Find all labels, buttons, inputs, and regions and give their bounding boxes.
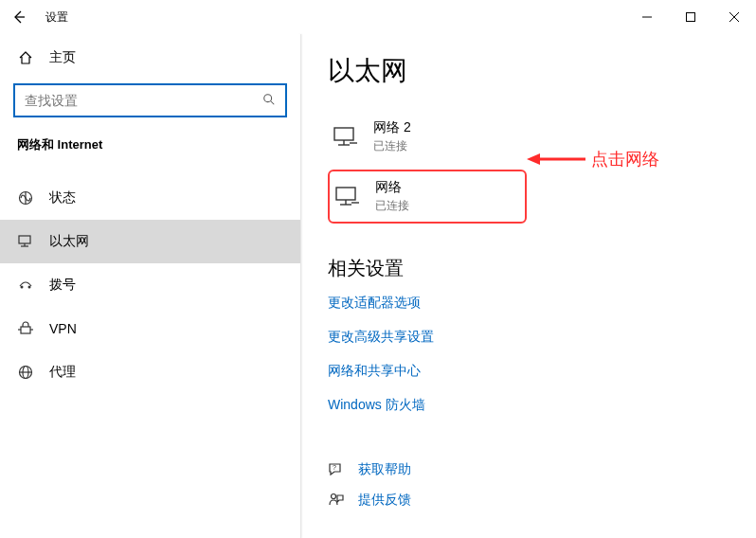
network-name: 网络 2 — [373, 119, 411, 136]
dialup-icon — [17, 277, 34, 294]
sidebar-item-label: VPN — [49, 321, 77, 336]
network-status: 已连接 — [373, 138, 411, 154]
related-settings-title: 相关设置 — [328, 256, 756, 281]
svg-point-5 — [264, 94, 272, 101]
proxy-icon — [17, 364, 34, 381]
minimize-button[interactable] — [625, 2, 669, 32]
svg-line-6 — [271, 100, 275, 104]
get-help[interactable]: ? 获取帮助 — [328, 461, 756, 478]
svg-text:?: ? — [333, 464, 336, 471]
help-icon: ? — [328, 461, 345, 478]
link-windows-firewall[interactable]: Windows 防火墙 — [328, 397, 756, 414]
network-text: 网络 已连接 — [375, 179, 409, 214]
svg-point-13 — [28, 286, 31, 289]
search-box[interactable] — [13, 83, 287, 117]
sidebar-item-label: 以太网 — [49, 233, 89, 250]
computer-icon — [332, 126, 360, 149]
home-icon — [17, 50, 34, 65]
window-title: 设置 — [45, 9, 68, 26]
category-title: 网络和 Internet — [0, 127, 300, 163]
sidebar-item-proxy[interactable]: 代理 — [0, 350, 300, 394]
help-label: 获取帮助 — [358, 461, 411, 478]
svg-point-12 — [21, 286, 24, 289]
network-name: 网络 — [375, 179, 409, 196]
main-pane: 以太网 网络 2 已连接 网络 已连接 相关设置 更改适配器选项 更改高级共享设… — [301, 34, 756, 538]
sidebar-item-label: 状态 — [49, 189, 76, 206]
svg-point-29 — [332, 494, 336, 499]
network-status: 已连接 — [375, 198, 409, 214]
content: 主页 网络和 Internet 状态 以太网 — [0, 34, 756, 538]
search-input[interactable] — [25, 93, 262, 108]
status-icon — [17, 189, 34, 206]
network-item-2[interactable]: 网络 已连接 — [328, 170, 527, 224]
svg-rect-14 — [21, 327, 30, 333]
minimize-icon — [642, 12, 652, 22]
close-button[interactable] — [712, 2, 756, 32]
arrow-left-icon — [11, 9, 27, 25]
back-button[interactable] — [9, 8, 28, 27]
search-icon — [262, 93, 276, 109]
svg-rect-24 — [336, 188, 355, 200]
maximize-icon — [686, 12, 695, 22]
vpn-icon — [17, 320, 34, 337]
link-adapter-options[interactable]: 更改适配器选项 — [328, 295, 756, 312]
window-controls — [625, 2, 756, 32]
sidebar-item-label: 拨号 — [49, 277, 76, 294]
svg-rect-20 — [334, 128, 353, 140]
link-advanced-sharing[interactable]: 更改高级共享设置 — [328, 329, 756, 346]
sidebar-item-dialup[interactable]: 拨号 — [0, 263, 300, 307]
ethernet-icon — [17, 233, 34, 250]
sidebar-item-label: 代理 — [49, 364, 76, 381]
maximize-button[interactable] — [669, 2, 712, 32]
feedback-label: 提供反馈 — [358, 492, 411, 509]
svg-rect-9 — [19, 236, 30, 243]
svg-rect-2 — [687, 13, 695, 22]
computer-icon — [333, 186, 362, 208]
give-feedback[interactable]: 提供反馈 — [328, 492, 756, 509]
home-label: 主页 — [49, 49, 76, 66]
sidebar: 主页 网络和 Internet 状态 以太网 — [0, 34, 301, 538]
sidebar-item-vpn[interactable]: VPN — [0, 307, 300, 350]
network-item-1[interactable]: 网络 2 已连接 — [328, 112, 527, 162]
link-network-center[interactable]: 网络和共享中心 — [328, 363, 756, 380]
search-wrap — [0, 76, 300, 127]
titlebar: 设置 — [0, 0, 756, 34]
home-nav[interactable]: 主页 — [0, 40, 300, 76]
sidebar-item-status[interactable]: 状态 — [0, 176, 300, 220]
sidebar-item-ethernet[interactable]: 以太网 — [0, 220, 300, 263]
feedback-icon — [328, 492, 345, 509]
titlebar-left: 设置 — [9, 8, 68, 27]
close-icon — [729, 12, 739, 22]
nav-list: 状态 以太网 拨号 VPN — [0, 163, 300, 394]
page-title: 以太网 — [328, 53, 756, 89]
network-text: 网络 2 已连接 — [373, 119, 411, 154]
